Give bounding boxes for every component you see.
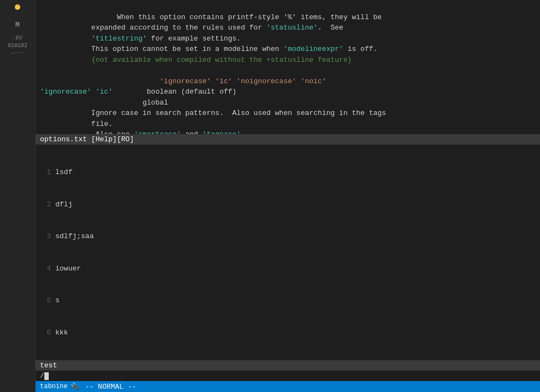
- sidebar-file-1: .py: [10, 34, 25, 41]
- tabnine-label: tabnine: [40, 383, 67, 390]
- buffer-line-6: 6kkk: [40, 327, 536, 338]
- cmd-buffer-name: test: [36, 360, 540, 371]
- vim-mode: -- NORMAL --: [85, 383, 136, 391]
- buffer-content: 1lsdf 2dflj 3sdlfj;saa 4iowuer 5s 6kkk: [36, 145, 540, 360]
- main-content: When this option contains printf-style '…: [36, 0, 540, 392]
- line-num-1: 1: [40, 167, 51, 178]
- tabnine-icon: 🔌: [71, 382, 79, 391]
- line-text-4: iowuer: [55, 264, 81, 273]
- buffer-line-4: 4iowuer: [40, 263, 536, 274]
- buffer-line-1: 1lsdf: [40, 167, 536, 178]
- line-text-5: s: [55, 296, 60, 304]
- line-num-6: 6: [40, 327, 51, 338]
- status-left: tabnine 🔌: [40, 382, 79, 391]
- line-num-2: 2: [40, 199, 51, 210]
- line-text-1: lsdf: [55, 168, 72, 176]
- line-num-5: 5: [40, 295, 51, 306]
- cmd-cursor: [44, 372, 49, 380]
- line-num-4: 4: [40, 263, 51, 274]
- help-text: When this option contains printf-style '…: [36, 0, 540, 134]
- sidebar: M .py 010102_...: [0, 0, 36, 392]
- line-num-3: 3: [40, 231, 51, 242]
- buffer-line-2: 2dflj: [40, 199, 536, 210]
- help-statusbar: options.txt [Help][RO]: [36, 134, 540, 145]
- statusline-bottom: tabnine 🔌 -- NORMAL --: [36, 381, 540, 392]
- sidebar-dot: [15, 4, 20, 10]
- line-text-2: dflj: [55, 200, 72, 209]
- line-text-6: kkk: [55, 328, 68, 337]
- cmd-input-line[interactable]: /: [36, 371, 540, 381]
- help-pane[interactable]: When this option contains printf-style '…: [36, 0, 540, 134]
- sidebar-m-label: M: [15, 21, 20, 29]
- sidebar-file-2: 010102_...: [0, 43, 35, 55]
- line-text-3: sdlfj;saa: [55, 232, 94, 240]
- buffer-line-3: 3sdlfj;saa: [40, 231, 536, 242]
- buffer-line-5: 5s: [40, 295, 536, 306]
- cmd-slash: /: [40, 372, 44, 380]
- buffer-pane: 1lsdf 2dflj 3sdlfj;saa 4iowuer 5s 6kkk: [36, 145, 540, 360]
